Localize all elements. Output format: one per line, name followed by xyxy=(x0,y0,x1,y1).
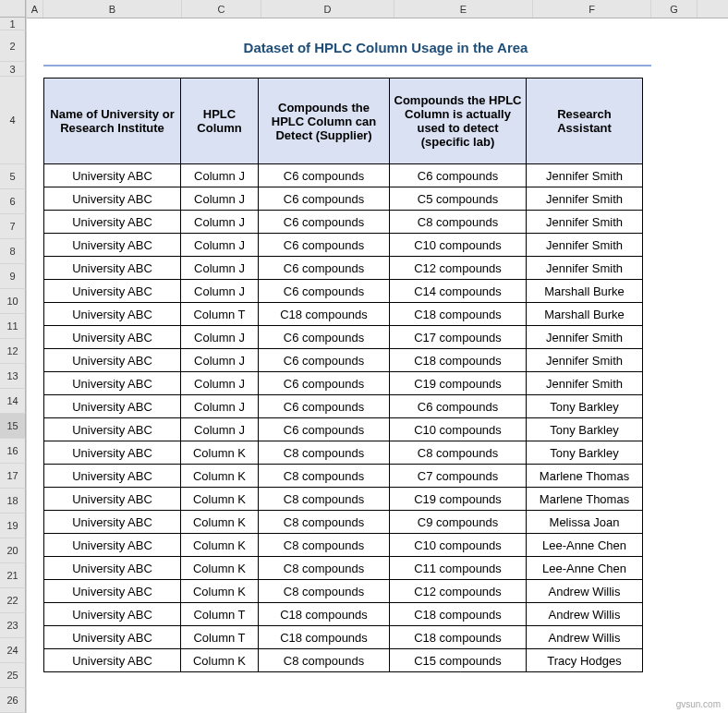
cell-research-assistant[interactable]: Marlene Thomas xyxy=(527,488,643,511)
cell-hplc-column[interactable]: Column K xyxy=(181,534,259,557)
column-header-G[interactable]: G xyxy=(651,0,698,18)
cell-university[interactable]: University ABC xyxy=(44,626,181,649)
header-detect-supplier[interactable]: Compounds the HPLC Column can Detect (Su… xyxy=(259,79,390,164)
cell-university[interactable]: University ABC xyxy=(44,441,181,465)
cell-used-lab[interactable]: C15 compounds xyxy=(390,649,527,672)
cell-detect-supplier[interactable]: C6 compounds xyxy=(259,187,390,211)
cell-detect-supplier[interactable]: C8 compounds xyxy=(259,557,390,580)
cell-university[interactable]: University ABC xyxy=(44,187,181,211)
cell-used-lab[interactable]: C5 compounds xyxy=(390,187,527,211)
cell-hplc-column[interactable]: Column J xyxy=(181,326,259,349)
cell-university[interactable]: University ABC xyxy=(44,303,181,326)
cell-detect-supplier[interactable]: C8 compounds xyxy=(259,534,390,557)
row-header-25[interactable]: 25 xyxy=(0,663,26,688)
cell-used-lab[interactable]: C12 compounds xyxy=(390,580,527,603)
cell-used-lab[interactable]: C8 compounds xyxy=(390,441,527,465)
header-used-lab[interactable]: Compounds the HPLC Column is actually us… xyxy=(390,79,527,164)
hplc-data-table[interactable]: Name of University or Research Institute… xyxy=(43,78,643,672)
cell-hplc-column[interactable]: Column T xyxy=(181,626,259,649)
row-header-4[interactable]: 4 xyxy=(0,77,26,164)
cell-used-lab[interactable]: C10 compounds xyxy=(390,534,527,557)
row-header-12[interactable]: 12 xyxy=(0,339,26,364)
row-header-7[interactable]: 7 xyxy=(0,214,26,239)
cell-hplc-column[interactable]: Column J xyxy=(181,349,259,372)
cell-used-lab[interactable]: C6 compounds xyxy=(390,164,527,187)
cell-detect-supplier[interactable]: C8 compounds xyxy=(259,488,390,511)
cell-detect-supplier[interactable]: C6 compounds xyxy=(259,418,390,441)
cell-university[interactable]: University ABC xyxy=(44,418,181,441)
cell-university[interactable]: University ABC xyxy=(44,349,181,372)
row-header-23[interactable]: 23 xyxy=(0,613,26,638)
cell-university[interactable]: University ABC xyxy=(44,395,181,418)
cell-used-lab[interactable]: C6 compounds xyxy=(390,395,527,418)
cell-research-assistant[interactable]: Jennifer Smith xyxy=(527,211,643,234)
cell-detect-supplier[interactable]: C18 compounds xyxy=(259,603,390,626)
column-header-D[interactable]: D xyxy=(261,0,394,18)
row-header-9[interactable]: 9 xyxy=(0,264,26,289)
header-hplc-column[interactable]: HPLC Column xyxy=(181,79,259,164)
cell-research-assistant[interactable]: Jennifer Smith xyxy=(527,326,643,349)
cell-detect-supplier[interactable]: C8 compounds xyxy=(259,511,390,534)
cell-research-assistant[interactable]: Marshall Burke xyxy=(527,280,643,303)
cell-hplc-column[interactable]: Column J xyxy=(181,280,259,303)
row-header-17[interactable]: 17 xyxy=(0,464,26,489)
column-header-E[interactable]: E xyxy=(394,0,533,18)
row-header-6[interactable]: 6 xyxy=(0,189,26,214)
cell-used-lab[interactable]: C12 compounds xyxy=(390,257,527,280)
cell-detect-supplier[interactable]: C8 compounds xyxy=(259,649,390,672)
cell-university[interactable]: University ABC xyxy=(44,649,181,672)
cell-hplc-column[interactable]: Column J xyxy=(181,187,259,211)
cell-research-assistant[interactable]: Tony Barkley xyxy=(527,418,643,441)
cell-university[interactable]: University ABC xyxy=(44,534,181,557)
row-header-2[interactable]: 2 xyxy=(0,30,26,62)
cell-hplc-column[interactable]: Column J xyxy=(181,257,259,280)
cell-university[interactable]: University ABC xyxy=(44,164,181,187)
row-header-5[interactable]: 5 xyxy=(0,164,26,189)
cell-hplc-column[interactable]: Column J xyxy=(181,372,259,395)
cell-research-assistant[interactable]: Marshall Burke xyxy=(527,303,643,326)
cell-detect-supplier[interactable]: C6 compounds xyxy=(259,234,390,257)
cell-detect-supplier[interactable]: C8 compounds xyxy=(259,441,390,465)
cell-research-assistant[interactable]: Jennifer Smith xyxy=(527,349,643,372)
cell-detect-supplier[interactable]: C6 compounds xyxy=(259,372,390,395)
cell-research-assistant[interactable]: Andrew Willis xyxy=(527,580,643,603)
cell-university[interactable]: University ABC xyxy=(44,372,181,395)
cell-university[interactable]: University ABC xyxy=(44,580,181,603)
column-header-C[interactable]: C xyxy=(182,0,261,18)
header-research-assistant[interactable]: Research Assistant xyxy=(527,79,643,164)
cell-hplc-column[interactable]: Column J xyxy=(181,211,259,234)
cell-used-lab[interactable]: C19 compounds xyxy=(390,372,527,395)
select-all-corner[interactable] xyxy=(0,0,26,18)
column-header-A[interactable]: A xyxy=(27,0,43,18)
cell-hplc-column[interactable]: Column T xyxy=(181,303,259,326)
cell-detect-supplier[interactable]: C8 compounds xyxy=(259,465,390,488)
cell-used-lab[interactable]: C9 compounds xyxy=(390,511,527,534)
row-header-18[interactable]: 18 xyxy=(0,489,26,514)
cell-hplc-column[interactable]: Column J xyxy=(181,418,259,441)
cell-detect-supplier[interactable]: C18 compounds xyxy=(259,303,390,326)
cell-research-assistant[interactable]: Andrew Willis xyxy=(527,626,643,649)
cell-hplc-column[interactable]: Column K xyxy=(181,441,259,465)
cell-university[interactable]: University ABC xyxy=(44,211,181,234)
row-header-22[interactable]: 22 xyxy=(0,588,26,613)
cell-research-assistant[interactable]: Jennifer Smith xyxy=(527,164,643,187)
cell-hplc-column[interactable]: Column T xyxy=(181,603,259,626)
cell-used-lab[interactable]: C18 compounds xyxy=(390,603,527,626)
row-header-21[interactable]: 21 xyxy=(0,563,26,588)
cell-detect-supplier[interactable]: C6 compounds xyxy=(259,326,390,349)
cell-research-assistant[interactable]: Tony Barkley xyxy=(527,441,643,465)
cell-university[interactable]: University ABC xyxy=(44,488,181,511)
row-header-16[interactable]: 16 xyxy=(0,439,26,464)
cell-research-assistant[interactable]: Jennifer Smith xyxy=(527,372,643,395)
cell-hplc-column[interactable]: Column K xyxy=(181,649,259,672)
cell-detect-supplier[interactable]: C18 compounds xyxy=(259,626,390,649)
cell-hplc-column[interactable]: Column J xyxy=(181,234,259,257)
cell-research-assistant[interactable]: Melissa Joan xyxy=(527,511,643,534)
cell-used-lab[interactable]: C19 compounds xyxy=(390,488,527,511)
cell-used-lab[interactable]: C10 compounds xyxy=(390,418,527,441)
row-1-blank[interactable] xyxy=(27,18,728,31)
cell-detect-supplier[interactable]: C8 compounds xyxy=(259,580,390,603)
cell-research-assistant[interactable]: Jennifer Smith xyxy=(527,257,643,280)
cell-hplc-column[interactable]: Column K xyxy=(181,488,259,511)
row-header-26[interactable]: 26 xyxy=(0,688,26,713)
